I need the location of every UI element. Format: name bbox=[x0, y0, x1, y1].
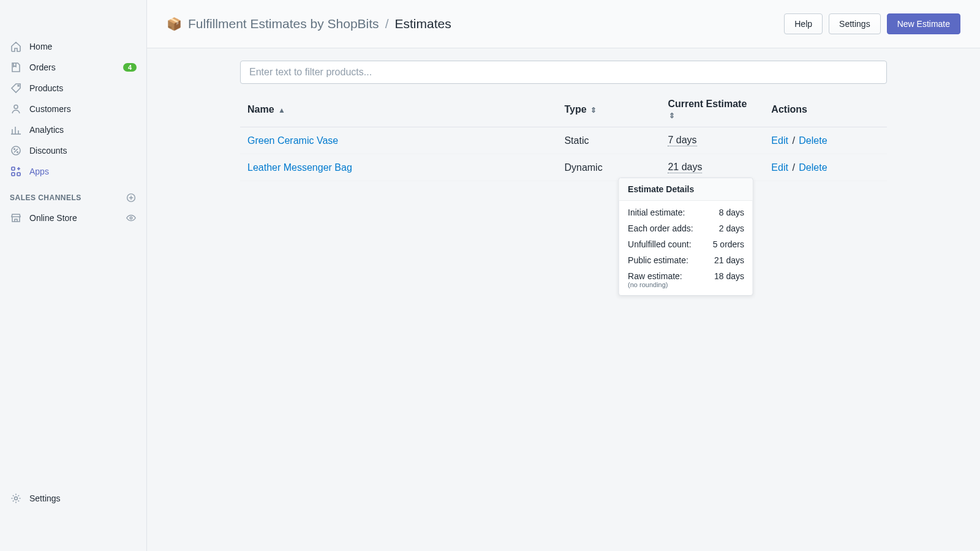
estimate-tooltip: Estimate Details Initial estimate: 8 day… bbox=[619, 178, 753, 296]
sidebar-item-products[interactable]: Products bbox=[5, 78, 141, 98]
th-estimate[interactable]: Current Estimate ⇕ bbox=[660, 92, 764, 127]
estimate-value[interactable]: 7 days bbox=[668, 135, 696, 146]
sidebar-item-customers[interactable]: Customers bbox=[5, 99, 141, 119]
svg-point-9 bbox=[130, 217, 132, 219]
sidebar-item-discounts[interactable]: Discounts bbox=[5, 141, 141, 160]
nav-label: Discounts bbox=[29, 146, 137, 156]
content: Name ▲ Type ⇕ Current Estimate ⇕ Actions bbox=[221, 48, 907, 193]
sidebar-item-settings[interactable]: Settings bbox=[5, 489, 141, 508]
section-title-label: SALES CHANNELS bbox=[10, 193, 81, 202]
tooltip-value: 8 days bbox=[719, 208, 744, 217]
tooltip-key: Public estimate: bbox=[628, 255, 688, 265]
svg-rect-6 bbox=[12, 173, 15, 176]
edit-link[interactable]: Edit bbox=[771, 162, 788, 173]
nav-label: Customers bbox=[29, 104, 137, 114]
orders-badge: 4 bbox=[123, 63, 137, 72]
tooltip-key: Each order adds: bbox=[628, 223, 693, 233]
delete-link[interactable]: Delete bbox=[799, 162, 827, 173]
nav-main: Home Orders 4 Products Customers Analy bbox=[0, 37, 146, 182]
new-estimate-button[interactable]: New Estimate bbox=[887, 13, 960, 34]
package-icon: 📦 bbox=[167, 17, 182, 31]
filter-input[interactable] bbox=[240, 61, 887, 84]
products-icon bbox=[10, 82, 22, 94]
table-row: Leather Messenger Bag Dynamic 21 days Es… bbox=[240, 154, 887, 181]
tooltip-value: 18 days bbox=[714, 271, 744, 281]
sidebar-item-online-store[interactable]: Online Store bbox=[5, 208, 141, 228]
svg-point-4 bbox=[17, 152, 18, 153]
add-channel-button[interactable] bbox=[126, 192, 137, 203]
tooltip-value: 2 days bbox=[719, 223, 744, 233]
th-actions: Actions bbox=[764, 92, 887, 127]
edit-link[interactable]: Edit bbox=[771, 135, 788, 146]
nav-label: Apps bbox=[29, 167, 137, 176]
cell-type: Static bbox=[557, 127, 660, 154]
storefront-icon bbox=[10, 212, 22, 224]
page-header: 📦 Fulfillment Estimates by ShopBits / Es… bbox=[147, 0, 980, 48]
tooltip-key: Raw estimate: (no rounding) bbox=[628, 271, 682, 288]
header-actions: Help Settings New Estimate bbox=[784, 13, 960, 34]
product-link[interactable]: Green Ceramic Vase bbox=[247, 135, 338, 146]
tooltip-row: Unfulfilled count: 5 orders bbox=[619, 236, 753, 252]
home-icon bbox=[10, 40, 22, 53]
analytics-icon bbox=[10, 124, 22, 136]
nav-channels: Online Store bbox=[0, 208, 146, 229]
svg-rect-7 bbox=[17, 173, 20, 176]
nav-label: Settings bbox=[29, 493, 137, 503]
sidebar: Home Orders 4 Products Customers Analy bbox=[0, 0, 147, 551]
discounts-icon bbox=[10, 144, 22, 157]
tooltip-value: 5 orders bbox=[713, 239, 744, 249]
sidebar-item-home[interactable]: Home bbox=[5, 37, 141, 56]
help-button[interactable]: Help bbox=[784, 13, 823, 34]
estimate-value[interactable]: 21 days Estimate Details Initial estimat… bbox=[668, 162, 702, 173]
tooltip-value: 21 days bbox=[714, 255, 744, 265]
crumb-app[interactable]: Fulfillment Estimates by ShopBits bbox=[188, 17, 379, 31]
th-type[interactable]: Type ⇕ bbox=[557, 92, 660, 127]
cell-type: Dynamic bbox=[557, 154, 660, 181]
tooltip-row: Each order adds: 2 days bbox=[619, 220, 753, 236]
tooltip-row: Initial estimate: 8 days bbox=[619, 204, 753, 220]
tooltip-key: Unfulfilled count: bbox=[628, 239, 692, 249]
tooltip-row: Public estimate: 21 days bbox=[619, 252, 753, 268]
nav-label: Orders bbox=[29, 62, 123, 72]
sales-channels-header: SALES CHANNELS bbox=[0, 182, 146, 208]
eye-icon[interactable] bbox=[126, 212, 137, 223]
svg-point-3 bbox=[14, 149, 15, 150]
settings-button[interactable]: Settings bbox=[829, 13, 881, 34]
sort-both-icon: ⇕ bbox=[590, 106, 597, 114]
svg-rect-5 bbox=[12, 167, 15, 170]
th-name[interactable]: Name ▲ bbox=[240, 92, 557, 127]
crumb-separator: / bbox=[385, 17, 389, 31]
action-separator: / bbox=[792, 135, 794, 146]
sidebar-item-apps[interactable]: Apps bbox=[5, 162, 141, 181]
svg-point-10 bbox=[15, 497, 18, 500]
svg-point-1 bbox=[14, 105, 18, 109]
sort-asc-icon: ▲ bbox=[278, 106, 285, 114]
svg-point-0 bbox=[18, 85, 19, 86]
delete-link[interactable]: Delete bbox=[799, 135, 827, 146]
estimates-table: Name ▲ Type ⇕ Current Estimate ⇕ Actions bbox=[240, 92, 887, 181]
action-separator: / bbox=[792, 162, 794, 173]
tooltip-key: Initial estimate: bbox=[628, 208, 685, 217]
tooltip-row: Raw estimate: (no rounding) 18 days bbox=[619, 268, 753, 291]
apps-icon bbox=[10, 165, 22, 178]
nav-label: Online Store bbox=[29, 213, 126, 223]
breadcrumb: 📦 Fulfillment Estimates by ShopBits / Es… bbox=[167, 17, 451, 31]
nav-label: Analytics bbox=[29, 125, 137, 135]
gear-icon bbox=[10, 492, 22, 504]
sort-both-icon: ⇕ bbox=[669, 111, 675, 120]
crumb-page: Estimates bbox=[394, 17, 451, 31]
orders-icon bbox=[10, 61, 22, 73]
tooltip-body: Initial estimate: 8 days Each order adds… bbox=[619, 201, 753, 295]
main: 📦 Fulfillment Estimates by ShopBits / Es… bbox=[147, 0, 980, 551]
nav-label: Home bbox=[29, 42, 137, 51]
tooltip-title: Estimate Details bbox=[619, 178, 753, 201]
table-row: Green Ceramic Vase Static 7 days Edit / … bbox=[240, 127, 887, 154]
product-link[interactable]: Leather Messenger Bag bbox=[247, 162, 352, 173]
sidebar-item-analytics[interactable]: Analytics bbox=[5, 120, 141, 140]
nav-label: Products bbox=[29, 83, 137, 93]
sidebar-item-orders[interactable]: Orders 4 bbox=[5, 58, 141, 77]
customers-icon bbox=[10, 103, 22, 115]
